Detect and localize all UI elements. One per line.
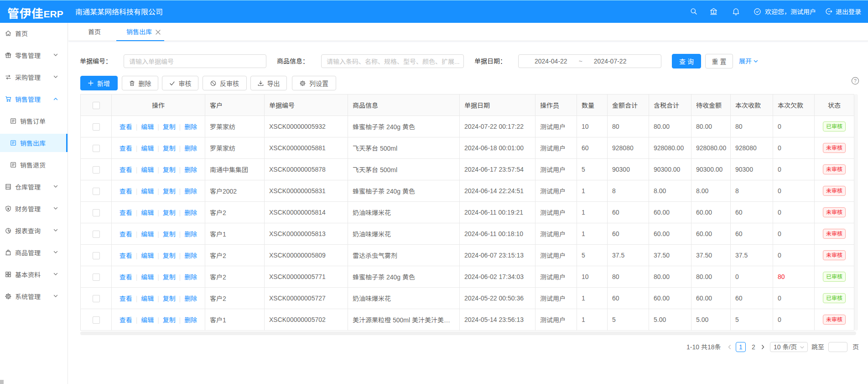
- svg-text:?: ?: [854, 78, 857, 84]
